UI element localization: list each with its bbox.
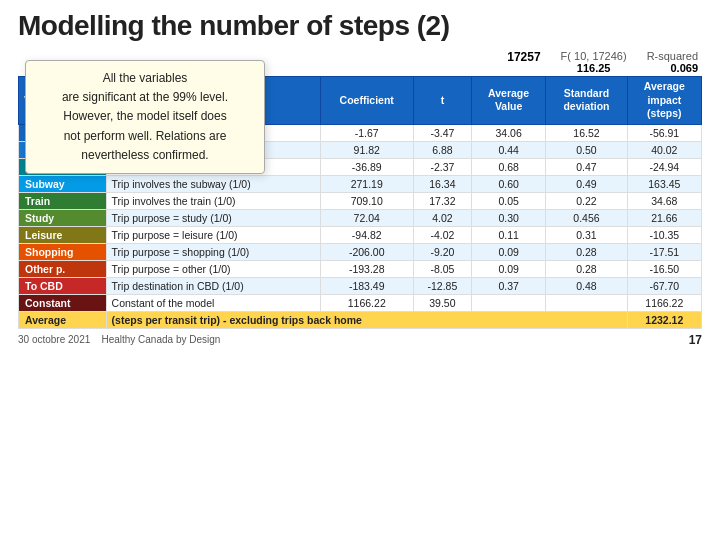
row-description: Trip purpose = study (1/0): [106, 209, 320, 226]
n-block: 17257: [507, 50, 540, 74]
row-avg: 0.30: [471, 209, 545, 226]
row-t: -9.20: [413, 243, 471, 260]
row-sd: 16.52: [546, 124, 627, 141]
f-value: 116.25: [577, 62, 611, 74]
row-t: -3.47: [413, 124, 471, 141]
row-description: Trip purpose = shopping (1/0): [106, 243, 320, 260]
avg-value: 1232.12: [627, 311, 701, 328]
row-description: Trip purpose = leisure (1/0): [106, 226, 320, 243]
row-avg: 34.06: [471, 124, 545, 141]
row-avg: 0.44: [471, 141, 545, 158]
row-impact: -10.35: [627, 226, 701, 243]
row-coef: 1166.22: [320, 294, 413, 311]
row-avg: 0.09: [471, 243, 545, 260]
row-t: 16.34: [413, 175, 471, 192]
var-name: Study: [19, 209, 107, 226]
row-sd: 0.22: [546, 192, 627, 209]
row-impact: 163.45: [627, 175, 701, 192]
row-impact: -24.94: [627, 158, 701, 175]
row-avg: 0.11: [471, 226, 545, 243]
row-t: -2.37: [413, 158, 471, 175]
table-row: Other p. Trip purpose = other (1/0) -193…: [19, 260, 702, 277]
row-sd: 0.47: [546, 158, 627, 175]
col-header-avg-impact: Averageimpact(steps): [627, 77, 701, 125]
footer-left: 30 octobre 2021 Healthy Canada by Design: [18, 334, 220, 345]
row-impact: -67.70: [627, 277, 701, 294]
row-impact: -56.91: [627, 124, 701, 141]
row-avg: 0.60: [471, 175, 545, 192]
f-label: F( 10, 17246): [561, 50, 627, 62]
row-sd: 0.28: [546, 260, 627, 277]
rsquared-label: R-squared: [647, 50, 698, 62]
bottom-bar: 30 octobre 2021 Healthy Canada by Design…: [18, 333, 702, 347]
row-sd: 0.50: [546, 141, 627, 158]
row-coef: -36.89: [320, 158, 413, 175]
var-name: Subway: [19, 175, 107, 192]
row-impact: 34.68: [627, 192, 701, 209]
tooltip-line3: However, the model itself does: [63, 109, 226, 123]
avg-label: Average: [19, 311, 107, 328]
row-coef: -183.49: [320, 277, 413, 294]
tooltip-line1: All the variables: [103, 71, 188, 85]
var-name: To CBD: [19, 277, 107, 294]
tooltip-line5: nevertheless confirmed.: [81, 148, 208, 162]
row-sd: 0.31: [546, 226, 627, 243]
n-value: 17257: [507, 50, 540, 64]
table-row: To CBD Trip destination in CBD (1/0) -18…: [19, 277, 702, 294]
col-header-coefficient: Coefficient: [320, 77, 413, 125]
table-row: Train Trip involves the train (1/0) 709.…: [19, 192, 702, 209]
var-name: Shopping: [19, 243, 107, 260]
row-coef: 91.82: [320, 141, 413, 158]
row-t: -12.85: [413, 277, 471, 294]
row-coef: -193.28: [320, 260, 413, 277]
page-title: Modelling the number of steps (2): [18, 10, 702, 42]
row-t: 6.88: [413, 141, 471, 158]
footer-page: 17: [689, 333, 702, 347]
row-impact: 40.02: [627, 141, 701, 158]
table-row: Study Trip purpose = study (1/0) 72.04 4…: [19, 209, 702, 226]
row-sd: [546, 294, 627, 311]
page: Modelling the number of steps (2) All th…: [0, 0, 720, 540]
row-impact: -17.51: [627, 243, 701, 260]
avg-description: (steps per transit trip) - excluding tri…: [106, 311, 627, 328]
var-name: Leisure: [19, 226, 107, 243]
row-avg: 0.37: [471, 277, 545, 294]
row-coef: 271.19: [320, 175, 413, 192]
rsquared-value: 0.069: [670, 62, 698, 74]
table-row: Constant Constant of the model 1166.22 3…: [19, 294, 702, 311]
average-row: Average (steps per transit trip) - exclu…: [19, 311, 702, 328]
row-avg: 0.05: [471, 192, 545, 209]
row-impact: 21.66: [627, 209, 701, 226]
tooltip-box: All the variables are significant at the…: [25, 60, 265, 174]
row-coef: -94.82: [320, 226, 413, 243]
tooltip-line2: are significant at the 99% level.: [62, 90, 228, 104]
row-t: 17.32: [413, 192, 471, 209]
tooltip-line4: not perform well. Relations are: [64, 129, 227, 143]
f-block: F( 10, 17246) 116.25: [561, 50, 627, 74]
rsquared-block: R-squared 0.069: [647, 50, 698, 74]
row-t: 4.02: [413, 209, 471, 226]
row-avg: [471, 294, 545, 311]
col-header-avg-value: AverageValue: [471, 77, 545, 125]
row-coef: 72.04: [320, 209, 413, 226]
row-sd: 0.456: [546, 209, 627, 226]
row-coef: -1.67: [320, 124, 413, 141]
row-description: Trip destination in CBD (1/0): [106, 277, 320, 294]
row-sd: 0.49: [546, 175, 627, 192]
row-description: Trip involves the subway (1/0): [106, 175, 320, 192]
row-t: -8.05: [413, 260, 471, 277]
row-description: Constant of the model: [106, 294, 320, 311]
row-description: Trip involves the train (1/0): [106, 192, 320, 209]
col-header-std-dev: Standarddeviation: [546, 77, 627, 125]
table-row: Leisure Trip purpose = leisure (1/0) -94…: [19, 226, 702, 243]
col-header-t: t: [413, 77, 471, 125]
var-name: Constant: [19, 294, 107, 311]
row-coef: -206.00: [320, 243, 413, 260]
row-sd: 0.48: [546, 277, 627, 294]
footer-source: Healthy Canada by Design: [101, 334, 220, 345]
row-impact: -16.50: [627, 260, 701, 277]
row-impact: 1166.22: [627, 294, 701, 311]
row-t: 39.50: [413, 294, 471, 311]
table-row: Subway Trip involves the subway (1/0) 27…: [19, 175, 702, 192]
row-avg: 0.09: [471, 260, 545, 277]
